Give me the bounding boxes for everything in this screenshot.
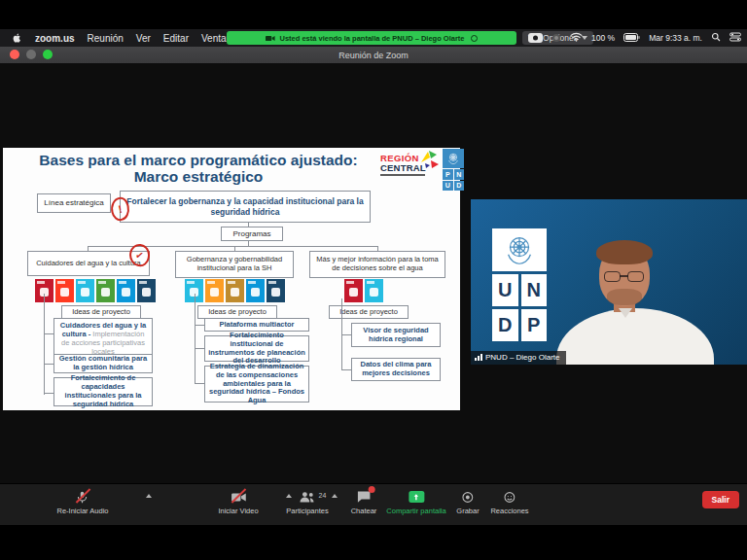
person-shirt [556,308,714,365]
share-screen-button[interactable]: Compartir pantalla [386,489,445,515]
close-window-button[interactable] [10,50,19,59]
branch-box-gobernanza: Gobernanza y gobernabilidad instituciona… [175,251,294,278]
sdg-icon [96,279,115,302]
zoom-window-titlebar[interactable]: Reunión de Zoom [0,47,747,63]
status-dim-icon[interactable] [551,33,561,43]
audio-options-chevron[interactable] [146,494,152,498]
leave-meeting-button[interactable]: Salir [702,491,739,508]
region-central-logo: REGIÓN CENTRAL [380,154,437,176]
unmute-audio-button[interactable]: Re-Iniciar Audio [57,489,109,515]
menubar-clock[interactable]: Mar 9:33 a. m. [649,33,702,43]
record-button[interactable]: Grabar [456,489,479,515]
participants-chevron[interactable] [332,494,338,498]
slide-title: Bases para el marco programático ajustad… [20,152,376,186]
sdg-strip-col2 [185,279,285,302]
project-box-fortalecimiento-institucional: Fortalecimiento institucional de instrum… [204,335,309,362]
glasses-bridge [620,275,628,277]
control-center-icon[interactable] [729,32,741,44]
logo-letter: P [443,169,453,180]
stop-share-icon[interactable] [471,35,478,42]
sdg-icon [117,279,135,302]
logo-letter: D [492,309,518,341]
un-emblem-icon [492,228,547,271]
wifi-icon[interactable] [570,32,583,44]
chat-bubble-icon [357,489,372,505]
menu-item-ver[interactable]: Ver [136,33,151,44]
sdg-strip-col3 [344,279,383,302]
region-central-arrow-icon [419,150,439,172]
menu-app-name[interactable]: zoom.us [35,33,75,44]
audio-signal-icon [475,354,482,361]
camera-off-icon [231,489,246,505]
apple-icon[interactable] [12,32,22,44]
battery-icon[interactable] [623,33,640,44]
sdg-icon [267,279,285,302]
logo-letter: N [454,169,465,180]
project-box-plataforma: Plataforma multiactor [204,318,309,332]
meeting-content-area: Bases para el marco programático ajustad… [0,63,747,483]
sdg-strip-col1 [35,279,156,302]
search-icon[interactable] [711,32,721,44]
sdg-icon [205,279,224,302]
participant-name-tag: PNUD – Diego Olarte [471,351,566,365]
glasses-left-lens [604,271,621,282]
project-box-visor: Visor de seguridad hídrica regional [351,323,441,347]
un-emblem-icon [443,149,464,168]
sdg-icon [137,279,156,302]
project-box-gestion-comunitaria: Gestión comunitaria para la gestión hídr… [53,354,153,373]
participant-name: PNUD – Diego Olarte [485,353,559,362]
sdg-icon [365,279,383,302]
chat-button[interactable]: Chatear [351,489,377,515]
ideas-label-col2: Ideas de proyecto [197,305,277,319]
shared-screen-slide: Bases para el marco programático ajustad… [3,148,460,410]
microphone-muted-icon [76,489,89,505]
menu-item-editar[interactable]: Editar [163,33,189,44]
participants-button[interactable]: 24 Participantes [286,489,328,515]
screen-sharing-banner[interactable]: Usted está viendo la pantalla de PNUD – … [227,31,516,45]
record-icon [462,489,475,505]
person-beard [607,289,642,305]
logo-letter: N [521,274,548,306]
start-video-button[interactable]: Iniciar Video [218,489,258,515]
screen-record-icon[interactable] [528,33,543,43]
sharing-banner-text: Usted está viendo la pantalla de PNUD – … [279,34,464,43]
participants-count: 24 [318,492,326,499]
logo-letter: U [492,274,518,306]
project-box-fortalecimiento-capacidades: Fortalecimiento de capacidades instituci… [53,377,153,406]
undp-logo: UNDP [492,228,547,341]
branch-box-informacion: Más y mejor información para la toma de … [309,251,445,278]
sdg-icon [246,279,265,302]
participant-video-tile[interactable]: UNDP PNUD – Diego Olarte [471,199,747,365]
linea-estrategica-box: Línea estratégica [37,193,111,213]
pnud-letters: PNUD [443,169,464,191]
zoom-toolbar: Re-Iniciar Audio Iniciar Video 24 Partic… [0,483,747,525]
project-box-estrategia-compensaciones: Estrategia de dinamización de las compen… [204,366,309,402]
zoom-window-button[interactable] [43,50,53,59]
logo-letter: P [521,309,548,341]
screen: zoom.us Reunión Ver Editar Ventana Ayuda… [0,0,747,560]
ideas-label-col1: Ideas de proyecto [61,305,141,319]
reactions-button[interactable]: Reacciones [490,489,528,515]
glasses-right-lens [627,271,644,282]
battery-percent: 100 % [591,33,615,43]
macos-menubar: zoom.us Reunión Ver Editar Ventana Ayuda… [0,29,747,47]
reactions-smiley-icon [503,489,516,505]
programas-box: Programas [221,227,283,241]
window-title: Reunión de Zoom [338,51,409,60]
sdg-icon [76,279,94,302]
share-screen-icon [409,489,424,505]
minimize-window-button[interactable] [26,50,36,59]
logo-letter: U [443,181,453,192]
pnud-logo: PNUD [443,149,464,191]
menu-item-reunion[interactable]: Reunión [88,33,124,44]
project-box-datos-clima: Datos del clima para mejores decisiones [351,358,441,381]
strategy-box: Fortalecer la gobernanza y la capacidad … [120,191,371,223]
chat-notification-dot [369,486,375,493]
logo-letter: D [454,181,465,192]
person-hair [596,240,653,264]
sdg-icon [226,279,244,302]
sdg-icon [344,279,363,302]
sdg-icon [55,279,74,302]
undp-letters: UNDP [492,274,547,341]
participants-icon: 24 [299,489,315,505]
